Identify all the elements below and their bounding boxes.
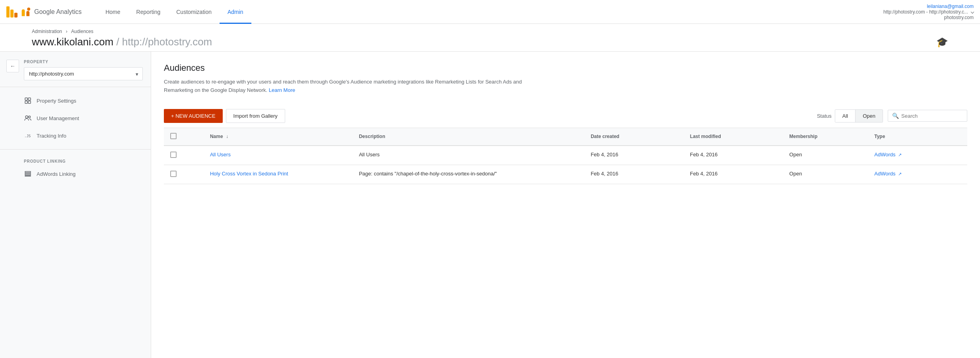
svg-rect-6	[25, 98, 27, 100]
sidebar-item-tracking-info[interactable]: .JS Tracking Info	[0, 127, 151, 144]
sidebar-divider-2	[0, 149, 151, 150]
svg-rect-15	[25, 175, 31, 176]
user-account-area: leilaniana@gmail.com http://photostry.co…	[883, 4, 974, 20]
select-all-checkbox[interactable]	[170, 133, 177, 139]
row-2-date-cell: Feb 4, 2016	[584, 165, 684, 184]
row-2-name-link[interactable]: Holy Cross Vortex in Sedona Print	[210, 171, 288, 177]
sidebar-item-adwords-linking[interactable]: AdWords Linking	[0, 165, 151, 183]
sidebar-item-user-management-label: User Management	[37, 115, 79, 121]
status-all-button[interactable]: All	[835, 110, 856, 122]
search-icon: 🔍	[892, 113, 899, 119]
breadcrumb-item-admin[interactable]: Administration	[32, 29, 62, 34]
product-linking-label: PRODUCT LINKING	[0, 154, 151, 165]
row-1-checkbox-cell	[164, 146, 204, 165]
svg-point-10	[25, 116, 28, 118]
sidebar-item-property-settings[interactable]: Property Settings	[0, 92, 151, 109]
table-header-row: Name ↓ Description Date created Last mod…	[164, 128, 967, 146]
sidebar-item-user-management[interactable]: User Management	[0, 109, 151, 127]
col-description: Description	[352, 128, 584, 146]
table-icon	[24, 170, 32, 178]
content-title: Audiences	[164, 63, 967, 73]
ga-logo-icon	[6, 6, 18, 18]
row-1-checkbox[interactable]	[170, 152, 177, 158]
import-gallery-button[interactable]: Import from Gallery	[226, 109, 285, 123]
sidebar-item-adwords-linking-label: AdWords Linking	[37, 171, 76, 177]
svg-point-5	[27, 7, 30, 10]
main-nav: Home Reporting Customization Admin	[97, 0, 883, 24]
row-2-checkbox-cell	[164, 165, 204, 184]
svg-rect-14	[25, 173, 31, 175]
row-2-membership-cell: Open	[783, 165, 868, 184]
sidebar: PROPERTY http://photostry.com Property S…	[0, 52, 151, 358]
svg-text:.JS: .JS	[24, 134, 31, 138]
back-button[interactable]	[6, 60, 19, 72]
col-name[interactable]: Name ↓	[204, 128, 353, 146]
js-icon: .JS	[24, 132, 32, 140]
row-1-membership-cell: Open	[783, 146, 868, 165]
row-1-description-cell: All Users	[352, 146, 584, 165]
svg-rect-13	[25, 171, 31, 173]
row-2-name-cell: Holy Cross Vortex in Sedona Print	[204, 165, 353, 184]
app-name: Google Analytics	[34, 8, 82, 16]
table-row: All Users All Users Feb 4, 2016 Feb 4, 2…	[164, 146, 967, 165]
grid-icon	[24, 97, 32, 105]
col-checkbox	[164, 128, 204, 146]
user-email[interactable]: leilaniana@gmail.com	[927, 4, 974, 9]
account-url-text: http://photostry.com - http://photostry.…	[883, 9, 968, 15]
learn-more-link[interactable]: Learn More	[269, 87, 295, 93]
status-filter: All Open	[835, 109, 883, 123]
nav-home[interactable]: Home	[97, 0, 128, 24]
nav-admin[interactable]: Admin	[220, 0, 251, 24]
nav-customization[interactable]: Customization	[168, 0, 220, 24]
breadcrumb-item-audiences[interactable]: Audiences	[71, 29, 93, 34]
sort-arrow-name: ↓	[226, 134, 228, 139]
svg-rect-7	[28, 98, 31, 100]
row-1-name-cell: All Users	[204, 146, 353, 165]
col-membership: Membership	[783, 128, 868, 146]
page-title: www.kikolani.com / http://photostry.com	[32, 36, 212, 48]
col-type: Type	[868, 128, 967, 146]
page-title-sub: / http://photostry.com	[116, 36, 212, 48]
row-1-name-link[interactable]: All Users	[210, 152, 231, 158]
account-domain: photostry.com	[944, 15, 974, 20]
status-label: Status	[817, 113, 832, 119]
nav-reporting[interactable]: Reporting	[128, 0, 169, 24]
row-1-date-cell: Feb 4, 2016	[584, 146, 684, 165]
row-1-type-cell: AdWords ↗	[868, 146, 967, 165]
svg-rect-3	[6, 6, 10, 18]
account-dropdown-arrow[interactable]	[971, 10, 974, 13]
ga-logo-icon	[21, 7, 31, 17]
account-url: http://photostry.com - http://photostry.…	[883, 9, 974, 15]
svg-point-11	[29, 116, 31, 118]
sidebar-item-tracking-info-label: Tracking Info	[37, 133, 66, 139]
row-2-description-cell: Page: contains "/chapel-of-the-holy-cros…	[352, 165, 584, 184]
external-link-icon: ↗	[898, 152, 902, 157]
new-audience-button[interactable]: + NEW AUDIENCE	[164, 109, 223, 123]
page-title-main: www.kikolani.com	[32, 36, 113, 48]
content-description: Create audiences to re-engage with your …	[164, 78, 522, 95]
users-icon	[24, 114, 32, 122]
property-select[interactable]: http://photostry.com	[24, 68, 142, 80]
row-2-type-link[interactable]: AdWords ↗	[874, 171, 902, 177]
svg-rect-1	[10, 10, 14, 18]
external-link-icon-2: ↗	[898, 171, 902, 176]
page-heading: www.kikolani.com / http://photostry.com …	[32, 36, 948, 48]
content-area: Audiences Create audiences to re-engage …	[151, 52, 980, 358]
row-1-type-link[interactable]: AdWords ↗	[874, 152, 902, 158]
sidebar-item-property-settings-label: Property Settings	[37, 98, 76, 104]
svg-rect-8	[25, 101, 27, 103]
property-dropdown-wrapper[interactable]: http://photostry.com	[24, 67, 143, 80]
toolbar-row: + NEW AUDIENCE Import from Gallery Statu…	[164, 104, 967, 128]
breadcrumb: Administration › Audiences	[32, 29, 948, 34]
top-navigation: Google Analytics Home Reporting Customiz…	[0, 0, 980, 24]
status-open-button[interactable]: Open	[856, 110, 883, 122]
help-icon[interactable]: 🎓	[936, 37, 948, 48]
row-2-checkbox[interactable]	[170, 171, 177, 177]
search-input[interactable]	[901, 113, 963, 119]
property-section: PROPERTY http://photostry.com	[0, 60, 151, 80]
search-box[interactable]: 🔍	[888, 110, 967, 122]
sidebar-divider	[0, 87, 151, 87]
breadcrumb-separator: ›	[66, 29, 68, 34]
table-row: Holy Cross Vortex in Sedona Print Page: …	[164, 165, 967, 184]
row-2-type-cell: AdWords ↗	[868, 165, 967, 184]
